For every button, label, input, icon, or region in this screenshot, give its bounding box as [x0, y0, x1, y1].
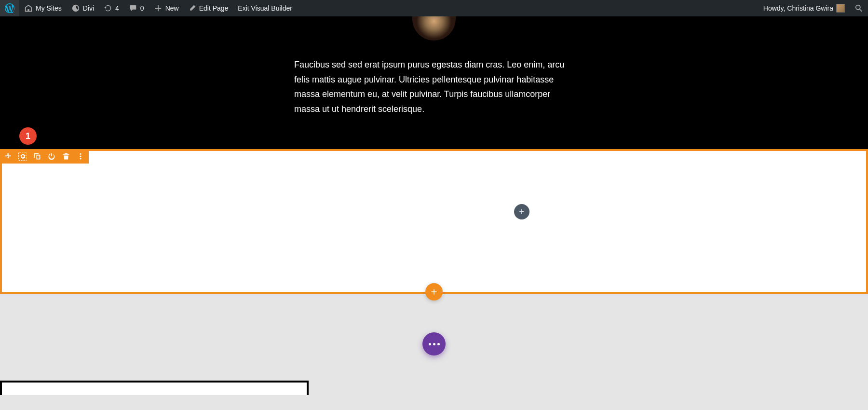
- page-spacer: [0, 294, 868, 390]
- section-toolbar: [0, 149, 89, 164]
- plus-icon: [518, 208, 525, 215]
- divi-builder-fab[interactable]: [422, 332, 446, 355]
- updates-count: 4: [115, 4, 119, 12]
- hero-inner: Faucibus sed sed erat ipsum purus egesta…: [265, 16, 603, 116]
- pencil-icon: [189, 4, 196, 12]
- svg-point-0: [80, 153, 81, 155]
- plus-icon: [154, 4, 163, 13]
- annotation-number: 1: [26, 131, 30, 141]
- avatar-icon: [836, 4, 845, 13]
- move-section-button[interactable]: [4, 152, 13, 161]
- gear-icon: [20, 152, 26, 160]
- search-icon: [854, 4, 863, 13]
- annotation-badge-1: 1: [19, 127, 37, 145]
- hero-section: Faucibus sed sed erat ipsum purus egesta…: [0, 16, 868, 149]
- home-icon: [24, 4, 33, 13]
- new-label: New: [165, 4, 179, 12]
- trash-icon: [62, 152, 70, 160]
- more-vertical-icon: [77, 152, 84, 160]
- my-account-menu[interactable]: Howdy, Christina Gwira: [759, 0, 850, 16]
- hero-text: Faucibus sed sed erat ipsum purus egesta…: [294, 57, 574, 116]
- more-horizontal-icon: [429, 343, 440, 345]
- delete-section-button[interactable]: [62, 152, 70, 161]
- search-toggle[interactable]: [850, 0, 868, 16]
- svg-point-2: [80, 158, 81, 159]
- my-sites-menu[interactable]: My Sites: [19, 0, 67, 16]
- power-icon: [48, 152, 55, 160]
- admin-bar-left: My Sites Divi 4 0 New Edit Page Exit Vis…: [0, 0, 297, 16]
- section-settings-button[interactable]: [18, 152, 27, 161]
- my-sites-label: My Sites: [36, 4, 62, 12]
- move-icon: [4, 152, 12, 160]
- divi-section[interactable]: [0, 149, 868, 294]
- dashboard-icon: [71, 4, 80, 13]
- new-content-menu[interactable]: New: [149, 0, 184, 16]
- updates-menu[interactable]: 4: [99, 0, 124, 16]
- exit-visual-builder-link[interactable]: Exit Visual Builder: [233, 0, 297, 16]
- plus-icon: [430, 288, 438, 296]
- comment-icon: [129, 4, 137, 13]
- edit-page-label: Edit Page: [199, 4, 229, 12]
- duplicate-icon: [33, 152, 41, 160]
- comments-count: 0: [140, 4, 144, 12]
- site-name-menu[interactable]: Divi: [67, 0, 99, 16]
- wordpress-icon: [5, 3, 14, 13]
- svg-point-1: [80, 155, 81, 157]
- partial-section-outline: [0, 381, 309, 395]
- site-name-label: Divi: [83, 4, 94, 12]
- section-more-button[interactable]: [76, 152, 85, 161]
- hero-avatar: [412, 16, 456, 41]
- comments-menu[interactable]: 0: [124, 0, 149, 16]
- exit-builder-label: Exit Visual Builder: [238, 4, 292, 12]
- wp-admin-bar: My Sites Divi 4 0 New Edit Page Exit Vis…: [0, 0, 868, 16]
- admin-bar-right: Howdy, Christina Gwira: [759, 0, 868, 16]
- howdy-label: Howdy, Christina Gwira: [763, 4, 833, 12]
- update-icon: [104, 4, 112, 13]
- save-to-library-button[interactable]: [47, 152, 56, 161]
- duplicate-section-button[interactable]: [33, 152, 41, 161]
- edit-page-link[interactable]: Edit Page: [184, 0, 233, 16]
- add-section-button[interactable]: [425, 283, 443, 301]
- add-module-button[interactable]: [514, 204, 529, 219]
- wp-logo-menu[interactable]: [0, 0, 19, 16]
